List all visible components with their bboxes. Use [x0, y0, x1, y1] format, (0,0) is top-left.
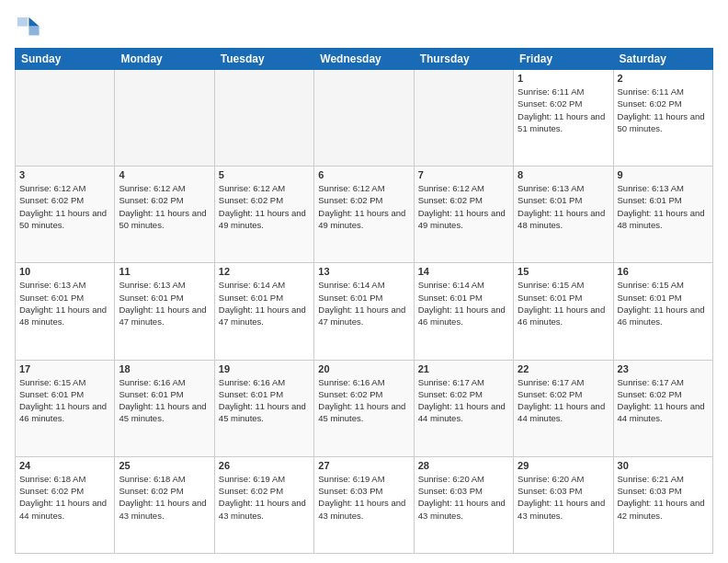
day-cell: 13Sunrise: 6:14 AM Sunset: 6:01 PM Dayli… — [314, 263, 414, 360]
day-number: 5 — [219, 169, 310, 180]
day-number: 4 — [119, 169, 210, 180]
week-row-1: 3Sunrise: 6:12 AM Sunset: 6:02 PM Daylig… — [16, 167, 713, 263]
day-number: 16 — [618, 266, 709, 277]
day-detail: Sunrise: 6:15 AM Sunset: 6:01 PM Dayligh… — [19, 376, 110, 425]
day-number: 26 — [219, 460, 310, 471]
day-detail: Sunrise: 6:16 AM Sunset: 6:02 PM Dayligh… — [318, 376, 409, 425]
day-number: 7 — [418, 169, 509, 180]
day-cell: 30Sunrise: 6:21 AM Sunset: 6:03 PM Dayli… — [613, 456, 712, 553]
day-cell: 6Sunrise: 6:12 AM Sunset: 6:02 PM Daylig… — [314, 167, 414, 263]
day-detail: Sunrise: 6:15 AM Sunset: 6:01 PM Dayligh… — [618, 279, 709, 327]
day-cell: 12Sunrise: 6:14 AM Sunset: 6:01 PM Dayli… — [214, 263, 313, 360]
day-detail: Sunrise: 6:20 AM Sunset: 6:03 PM Dayligh… — [418, 473, 509, 522]
col-header-thursday: Thursday — [414, 49, 513, 70]
svg-marker-1 — [28, 27, 39, 36]
day-detail: Sunrise: 6:12 AM Sunset: 6:02 PM Dayligh… — [19, 182, 110, 231]
day-cell — [214, 70, 313, 167]
day-cell: 3Sunrise: 6:12 AM Sunset: 6:02 PM Daylig… — [16, 167, 115, 263]
day-cell: 27Sunrise: 6:19 AM Sunset: 6:03 PM Dayli… — [314, 456, 414, 553]
header — [15, 15, 713, 40]
col-header-monday: Monday — [115, 49, 214, 70]
day-cell: 2Sunrise: 6:11 AM Sunset: 6:02 PM Daylig… — [613, 70, 712, 167]
day-cell: 21Sunrise: 6:17 AM Sunset: 6:02 PM Dayli… — [414, 360, 513, 456]
day-detail: Sunrise: 6:11 AM Sunset: 6:02 PM Dayligh… — [518, 86, 609, 134]
week-row-3: 17Sunrise: 6:15 AM Sunset: 6:01 PM Dayli… — [16, 360, 713, 456]
day-detail: Sunrise: 6:19 AM Sunset: 6:02 PM Dayligh… — [219, 473, 310, 522]
day-detail: Sunrise: 6:15 AM Sunset: 6:01 PM Dayligh… — [518, 279, 609, 327]
day-number: 30 — [618, 460, 709, 471]
day-number: 8 — [518, 169, 609, 180]
day-detail: Sunrise: 6:12 AM Sunset: 6:02 PM Dayligh… — [119, 182, 210, 231]
day-detail: Sunrise: 6:17 AM Sunset: 6:02 PM Dayligh… — [418, 376, 509, 425]
col-header-friday: Friday — [514, 49, 613, 70]
day-cell — [414, 70, 513, 167]
day-number: 21 — [418, 363, 509, 374]
day-cell: 10Sunrise: 6:13 AM Sunset: 6:01 PM Dayli… — [16, 263, 115, 360]
day-cell: 15Sunrise: 6:15 AM Sunset: 6:01 PM Dayli… — [514, 263, 613, 360]
day-cell: 17Sunrise: 6:15 AM Sunset: 6:01 PM Dayli… — [16, 360, 115, 456]
day-detail: Sunrise: 6:21 AM Sunset: 6:03 PM Dayligh… — [618, 473, 709, 522]
day-number: 2 — [618, 73, 709, 84]
day-detail: Sunrise: 6:12 AM Sunset: 6:02 PM Dayligh… — [318, 182, 409, 231]
day-detail: Sunrise: 6:12 AM Sunset: 6:02 PM Dayligh… — [219, 182, 310, 231]
day-number: 27 — [318, 460, 409, 471]
week-row-2: 10Sunrise: 6:13 AM Sunset: 6:01 PM Dayli… — [16, 263, 713, 360]
day-cell — [16, 70, 115, 167]
day-cell: 22Sunrise: 6:17 AM Sunset: 6:02 PM Dayli… — [514, 360, 613, 456]
day-number: 15 — [518, 266, 609, 277]
col-header-tuesday: Tuesday — [214, 49, 313, 70]
day-cell: 9Sunrise: 6:13 AM Sunset: 6:01 PM Daylig… — [613, 167, 712, 263]
week-row-4: 24Sunrise: 6:18 AM Sunset: 6:02 PM Dayli… — [16, 456, 713, 553]
day-cell: 18Sunrise: 6:16 AM Sunset: 6:01 PM Dayli… — [115, 360, 214, 456]
day-cell: 26Sunrise: 6:19 AM Sunset: 6:02 PM Dayli… — [214, 456, 313, 553]
day-cell: 25Sunrise: 6:18 AM Sunset: 6:02 PM Dayli… — [115, 456, 214, 553]
day-number: 22 — [518, 363, 609, 374]
day-cell — [115, 70, 214, 167]
svg-marker-0 — [28, 17, 39, 27]
day-cell: 14Sunrise: 6:14 AM Sunset: 6:01 PM Dayli… — [414, 263, 513, 360]
day-cell: 29Sunrise: 6:20 AM Sunset: 6:03 PM Dayli… — [514, 456, 613, 553]
day-number: 13 — [318, 266, 409, 277]
day-cell: 23Sunrise: 6:17 AM Sunset: 6:02 PM Dayli… — [613, 360, 712, 456]
day-cell: 19Sunrise: 6:16 AM Sunset: 6:01 PM Dayli… — [214, 360, 313, 456]
day-number: 14 — [418, 266, 509, 277]
day-detail: Sunrise: 6:16 AM Sunset: 6:01 PM Dayligh… — [119, 376, 210, 425]
day-detail: Sunrise: 6:16 AM Sunset: 6:01 PM Dayligh… — [219, 376, 310, 425]
calendar-header-row: SundayMondayTuesdayWednesdayThursdayFrid… — [16, 49, 713, 70]
day-detail: Sunrise: 6:14 AM Sunset: 6:01 PM Dayligh… — [318, 279, 409, 327]
day-detail: Sunrise: 6:13 AM Sunset: 6:01 PM Dayligh… — [518, 182, 609, 231]
day-number: 11 — [119, 266, 210, 277]
day-cell: 7Sunrise: 6:12 AM Sunset: 6:02 PM Daylig… — [414, 167, 513, 263]
day-cell: 24Sunrise: 6:18 AM Sunset: 6:02 PM Dayli… — [16, 456, 115, 553]
day-number: 20 — [318, 363, 409, 374]
day-number: 1 — [518, 73, 609, 84]
day-number: 17 — [19, 363, 110, 374]
day-detail: Sunrise: 6:17 AM Sunset: 6:02 PM Dayligh… — [518, 376, 609, 425]
col-header-saturday: Saturday — [613, 49, 712, 70]
day-detail: Sunrise: 6:19 AM Sunset: 6:03 PM Dayligh… — [318, 473, 409, 522]
logo — [15, 15, 44, 40]
day-cell: 4Sunrise: 6:12 AM Sunset: 6:02 PM Daylig… — [115, 167, 214, 263]
day-number: 10 — [19, 266, 110, 277]
day-detail: Sunrise: 6:13 AM Sunset: 6:01 PM Dayligh… — [618, 182, 709, 231]
day-number: 12 — [219, 266, 310, 277]
day-number: 29 — [518, 460, 609, 471]
day-number: 3 — [19, 169, 110, 180]
day-detail: Sunrise: 6:17 AM Sunset: 6:02 PM Dayligh… — [618, 376, 709, 425]
day-cell: 28Sunrise: 6:20 AM Sunset: 6:03 PM Dayli… — [414, 456, 513, 553]
day-cell — [314, 70, 414, 167]
day-cell: 5Sunrise: 6:12 AM Sunset: 6:02 PM Daylig… — [214, 167, 313, 263]
day-detail: Sunrise: 6:20 AM Sunset: 6:03 PM Dayligh… — [518, 473, 609, 522]
day-number: 23 — [618, 363, 709, 374]
day-cell: 8Sunrise: 6:13 AM Sunset: 6:01 PM Daylig… — [514, 167, 613, 263]
col-header-sunday: Sunday — [16, 49, 115, 70]
page: SundayMondayTuesdayWednesdayThursdayFrid… — [0, 0, 728, 563]
day-cell: 11Sunrise: 6:13 AM Sunset: 6:01 PM Dayli… — [115, 263, 214, 360]
day-number: 19 — [219, 363, 310, 374]
day-number: 6 — [318, 169, 409, 180]
day-detail: Sunrise: 6:12 AM Sunset: 6:02 PM Dayligh… — [418, 182, 509, 231]
day-detail: Sunrise: 6:14 AM Sunset: 6:01 PM Dayligh… — [219, 279, 310, 327]
day-number: 25 — [119, 460, 210, 471]
day-detail: Sunrise: 6:11 AM Sunset: 6:02 PM Dayligh… — [618, 86, 709, 134]
week-row-0: 1Sunrise: 6:11 AM Sunset: 6:02 PM Daylig… — [16, 70, 713, 167]
